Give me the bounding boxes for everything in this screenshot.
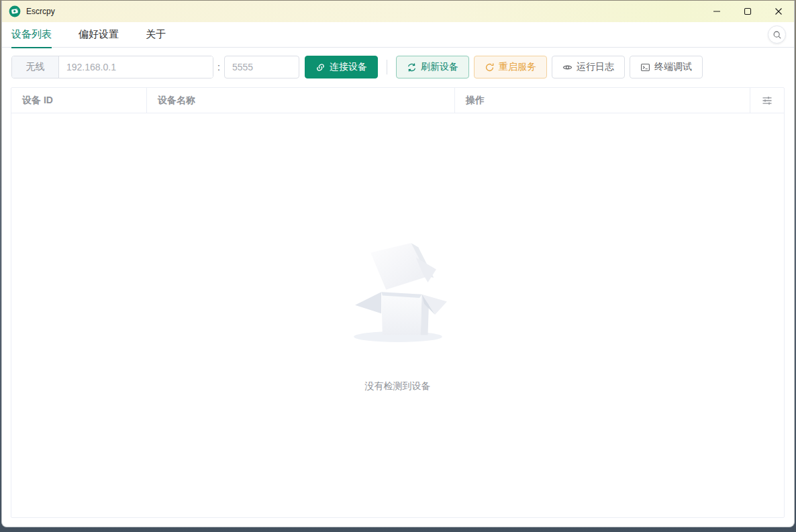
link-icon — [315, 62, 326, 72]
empty-state-text: 没有检测到设备 — [344, 380, 452, 392]
empty-box-illustration — [344, 235, 452, 354]
refresh-devices-button[interactable]: 刷新设备 — [396, 56, 469, 78]
eye-icon — [562, 62, 573, 72]
tab-device-list[interactable]: 设备列表 — [11, 22, 52, 48]
column-settings-button[interactable] — [762, 95, 773, 106]
maximize-button[interactable] — [732, 1, 763, 22]
table-header: 设备 ID 设备名称 操作 — [11, 88, 784, 113]
refresh-devices-label: 刷新设备 — [421, 61, 458, 73]
restart-service-label: 重启服务 — [499, 61, 536, 73]
table-body: 没有检测到设备 — [11, 113, 784, 517]
connect-device-label: 连接设备 — [330, 61, 367, 73]
toolbar-divider — [387, 60, 387, 74]
run-logs-button[interactable]: 运行日志 — [552, 56, 625, 78]
device-table: 设备 ID 设备名称 操作 — [11, 87, 785, 518]
column-header-device-name: 设备名称 — [147, 88, 455, 113]
tab-about[interactable]: 关于 — [146, 22, 166, 48]
empty-state: 没有检测到设备 — [344, 113, 452, 392]
connect-device-button[interactable]: 连接设备 — [305, 56, 378, 78]
titlebar[interactable]: Escrcpy — [2, 1, 794, 22]
search-icon — [773, 30, 782, 40]
restart-service-button[interactable]: 重启服务 — [474, 56, 547, 78]
close-button[interactable] — [763, 1, 794, 22]
window-title: Escrcpy — [26, 7, 701, 16]
ip-port-separator: : — [217, 62, 220, 72]
connection-mode-label: 无线 — [12, 56, 59, 78]
run-logs-label: 运行日志 — [577, 61, 614, 73]
window-controls — [701, 1, 794, 22]
tab-bar: 设备列表 偏好设置 关于 — [2, 22, 794, 48]
search-button[interactable] — [768, 25, 786, 44]
tab-preferences[interactable]: 偏好设置 — [79, 22, 119, 48]
sliders-icon — [762, 95, 773, 106]
ip-input[interactable] — [59, 56, 213, 78]
refresh-icon — [407, 62, 417, 72]
column-header-operations: 操作 — [455, 88, 750, 113]
escrcpy-window: Escrcpy 设备列表 偏好设置 关于 无线 — [1, 1, 795, 527]
minimize-button[interactable] — [701, 1, 732, 22]
port-input[interactable] — [224, 56, 299, 78]
refresh-right-icon — [485, 62, 495, 72]
connection-toolbar: 无线 : 连接设备 刷新设备 — [2, 48, 794, 78]
column-settings-cell — [750, 88, 784, 113]
terminal-debug-button[interactable]: 终端调试 — [630, 56, 703, 78]
ip-input-group: 无线 — [11, 56, 213, 78]
app-logo-icon — [9, 5, 21, 17]
terminal-icon — [640, 62, 650, 72]
column-header-device-id: 设备 ID — [11, 88, 147, 113]
terminal-debug-label: 终端调试 — [654, 61, 692, 73]
